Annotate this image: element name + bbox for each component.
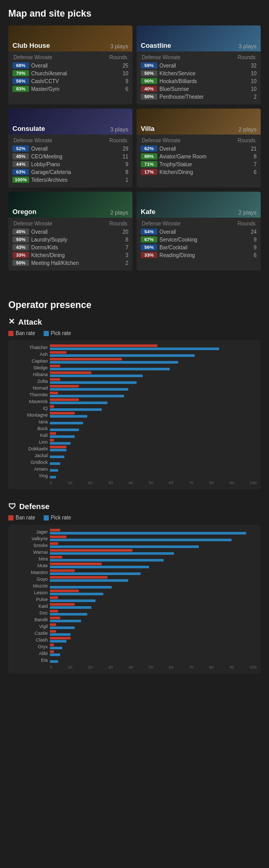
winrate-badge: 40% bbox=[141, 86, 157, 92]
pick-bar bbox=[50, 653, 60, 656]
site-name: Kitchen/Dining bbox=[31, 252, 125, 258]
site-name: Lobby/Piano bbox=[31, 162, 125, 167]
map-table-header: Defense WinrateRounds bbox=[141, 55, 257, 60]
operator-row: Nomad bbox=[50, 385, 257, 391]
pick-bar bbox=[50, 539, 232, 541]
operator-row: Vigil bbox=[50, 623, 257, 629]
ban-bar bbox=[50, 392, 58, 394]
pick-bar bbox=[50, 620, 81, 622]
pick-bar bbox=[50, 442, 71, 445]
pick-bar bbox=[50, 572, 141, 575]
rounds-count: 24 bbox=[251, 229, 257, 235]
site-name: Bar/Cocktail bbox=[159, 245, 253, 250]
ban-bar bbox=[50, 439, 54, 442]
operator-row: Dokkaebi bbox=[50, 446, 257, 451]
winrate-badge: 50% bbox=[12, 236, 29, 243]
winrate-badge: 67% bbox=[141, 236, 157, 243]
winrate-badge: 44% bbox=[12, 161, 29, 167]
operator-label: Ying bbox=[9, 473, 48, 478]
rounds-count: 10 bbox=[123, 71, 128, 76]
pick-bar bbox=[50, 586, 112, 589]
bar-group bbox=[50, 432, 257, 438]
site-name: Trophy/Statue bbox=[159, 162, 253, 167]
winrate-badge: 71% bbox=[141, 161, 157, 167]
operator-row: Clash bbox=[50, 637, 257, 643]
rounds-count: 7 bbox=[253, 162, 257, 167]
winrate-badge: 70% bbox=[12, 70, 29, 76]
operator-label: Montagne bbox=[9, 412, 48, 418]
winrate-badge: 62% bbox=[141, 145, 157, 152]
bar-group bbox=[50, 439, 257, 445]
rounds-count: 21 bbox=[251, 146, 257, 152]
bar-group bbox=[50, 536, 257, 541]
ban-bar bbox=[50, 358, 122, 360]
map-plays: 3 plays bbox=[110, 43, 128, 49]
rounds-count: 3 bbox=[125, 252, 128, 258]
map-row: 50%Penthouse/Theater2 bbox=[141, 94, 257, 100]
site-name: Kitchen/Dining bbox=[159, 169, 253, 175]
map-card-kafe: Kafe2 playsDefense WinrateRounds54%Overa… bbox=[137, 192, 261, 271]
ban-bar bbox=[50, 432, 56, 435]
ban-bar bbox=[50, 405, 54, 408]
pick-bar bbox=[50, 579, 128, 582]
pick-bar bbox=[50, 348, 219, 350]
map-card-villa: Villa2 playsDefense WinrateRounds62%Over… bbox=[137, 109, 261, 188]
map-plays: 2 plays bbox=[238, 209, 257, 216]
map-row: 44%Lobby/Piano9 bbox=[12, 161, 128, 167]
site-name: Tellers/Archives bbox=[31, 177, 125, 183]
pick-bar bbox=[50, 633, 71, 636]
pick-bar bbox=[50, 469, 58, 472]
attack-legend: Ban rate Pick rate bbox=[8, 330, 261, 336]
winrate-badge: 17% bbox=[141, 169, 157, 175]
pick-bar bbox=[50, 388, 128, 391]
operator-label: Warnai bbox=[9, 550, 48, 555]
map-row: 56%Bar/Cocktail9 bbox=[141, 244, 257, 250]
bar-group bbox=[50, 556, 257, 562]
operator-label: Hibana bbox=[9, 372, 48, 377]
operator-row: Goyo bbox=[50, 576, 257, 582]
map-row: 50%Meeting Hall/Kitchen2 bbox=[12, 260, 128, 266]
map-header-oregon: Oregon2 plays bbox=[8, 192, 132, 218]
operator-row: Maestro bbox=[50, 569, 257, 575]
bar-group bbox=[50, 371, 257, 377]
map-plays: 2 plays bbox=[238, 126, 257, 132]
map-row: 43%Dorms/Kids7 bbox=[12, 244, 128, 250]
operator-row: Ying bbox=[50, 473, 257, 478]
defense-icon: 🛡 bbox=[8, 502, 16, 511]
rounds-count: 11 bbox=[123, 154, 128, 159]
ban-bar bbox=[50, 590, 79, 592]
pick-bar bbox=[50, 415, 87, 418]
site-name: Master/Gym bbox=[31, 86, 125, 92]
operator-label: Thermite bbox=[9, 392, 48, 397]
site-name: Reading/Dining bbox=[159, 252, 253, 258]
operator-label: Alibi bbox=[9, 651, 48, 656]
pick-bar bbox=[50, 640, 66, 643]
site-name: Aviator/Game Room bbox=[159, 154, 253, 159]
operator-row: Lesion bbox=[50, 590, 257, 595]
site-name: Hookah/Billiards bbox=[159, 78, 251, 84]
site-name: Overall bbox=[31, 146, 123, 152]
map-body-kafe: Defense WinrateRounds54%Overall2467%Serv… bbox=[137, 218, 261, 263]
operator-label: Valkyrie bbox=[9, 536, 48, 541]
bar-group bbox=[50, 452, 257, 458]
rounds-count: 20 bbox=[123, 229, 128, 235]
ban-bar bbox=[50, 603, 75, 606]
pick-bar bbox=[50, 626, 75, 629]
operator-label: Buck bbox=[9, 426, 48, 431]
map-row: 54%Overall24 bbox=[141, 229, 257, 235]
map-row: 50%Kitchen/Service10 bbox=[141, 70, 257, 76]
rounds-count: 9 bbox=[125, 78, 128, 84]
map-body-oregon: Defense WinrateRounds45%Overall2050%Laun… bbox=[8, 218, 132, 271]
ban-bar bbox=[50, 378, 60, 381]
winrate-badge: 83% bbox=[12, 86, 29, 92]
map-row: 52%Overall29 bbox=[12, 145, 128, 152]
winrate-badge: 54% bbox=[141, 229, 157, 235]
defense-pick-rate-legend: Pick rate bbox=[44, 515, 71, 520]
operator-label: Maestro bbox=[9, 570, 48, 575]
ban-bar bbox=[50, 536, 66, 538]
operator-label: Maverick bbox=[9, 399, 48, 404]
bar-group bbox=[50, 459, 257, 465]
pick-bar bbox=[50, 368, 170, 370]
rounds-count: 1 bbox=[125, 177, 128, 183]
bar-group bbox=[50, 542, 257, 548]
